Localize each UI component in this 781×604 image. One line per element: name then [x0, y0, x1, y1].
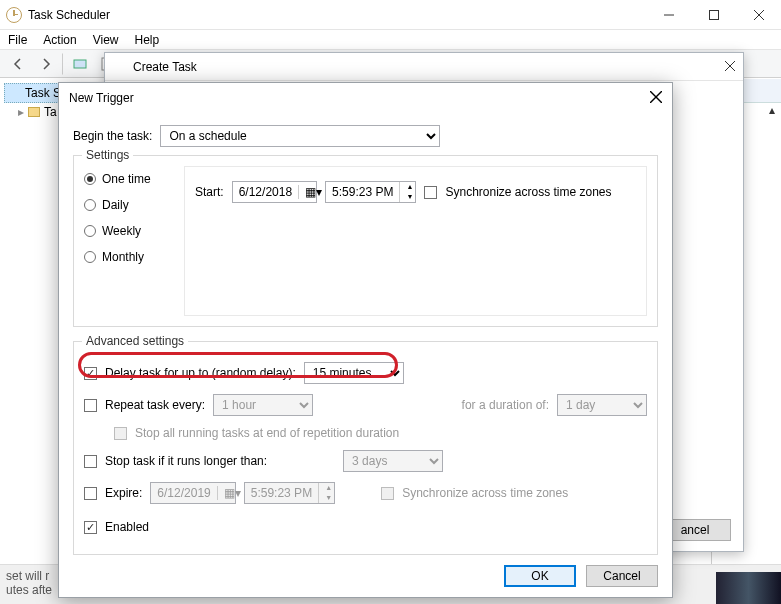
begin-task-select[interactable]: On a schedule [160, 125, 440, 147]
menubar: File Action View Help [0, 30, 781, 50]
radio-weekly[interactable]: Weekly [84, 224, 174, 238]
dialog-close-icon[interactable] [650, 91, 662, 106]
enabled-checkbox[interactable] [84, 521, 97, 534]
calendar-icon[interactable]: ▦▾ [217, 486, 235, 500]
clock-icon [7, 86, 21, 100]
repeat-checkbox[interactable] [84, 399, 97, 412]
enabled-label: Enabled [105, 520, 149, 534]
expire-date-input[interactable]: 6/12/2019▦▾ [150, 482, 235, 504]
start-date-input[interactable]: 6/12/2018▦▾ [232, 181, 317, 203]
delay-select[interactable]: 15 minutes [304, 362, 404, 384]
calendar-icon[interactable]: ▦▾ [298, 185, 316, 199]
radio-one-time[interactable]: One time [84, 172, 174, 186]
cancel-button[interactable]: Cancel [586, 565, 658, 587]
stop-if-checkbox[interactable] [84, 455, 97, 468]
menu-view[interactable]: View [93, 33, 119, 47]
minimize-button[interactable] [646, 0, 691, 29]
menu-action[interactable]: Action [43, 33, 76, 47]
svg-rect-1 [709, 10, 718, 19]
expire-checkbox[interactable] [84, 487, 97, 500]
advanced-settings-legend: Advanced settings [82, 334, 188, 348]
tree-child-label: Ta [44, 105, 57, 119]
radio-daily[interactable]: Daily [84, 198, 174, 212]
duration-label: for a duration of: [462, 398, 549, 412]
dialog-title: New Trigger [69, 91, 134, 105]
maximize-button[interactable] [691, 0, 736, 29]
expire-sync-label: Synchronize across time zones [402, 486, 568, 500]
back-button[interactable] [6, 53, 30, 75]
folder-icon [28, 107, 40, 117]
begin-task-label: Begin the task: [73, 129, 152, 143]
menu-help[interactable]: Help [135, 33, 160, 47]
stop-all-label: Stop all running tasks at end of repetit… [135, 426, 399, 440]
clock-icon [113, 60, 127, 74]
radio-monthly[interactable]: Monthly [84, 250, 174, 264]
stop-if-select[interactable]: 3 days [343, 450, 443, 472]
create-task-title: Create Task [133, 60, 197, 74]
expire-sync-checkbox [381, 487, 394, 500]
advanced-settings-fieldset: Advanced settings Delay task for up to (… [73, 341, 658, 555]
stop-all-checkbox [114, 427, 127, 440]
thumbnail-strip [716, 572, 781, 604]
svg-rect-4 [74, 60, 86, 68]
duration-select[interactable]: 1 day [557, 394, 647, 416]
new-trigger-dialog: New Trigger Begin the task: On a schedul… [58, 82, 673, 598]
spin-down-icon[interactable]: ▼ [406, 192, 409, 202]
toolbar-separator [62, 53, 64, 75]
settings-legend: Settings [82, 148, 133, 162]
delay-checkbox[interactable] [84, 367, 97, 380]
toolbar-icon[interactable] [68, 53, 92, 75]
app-title: Task Scheduler [28, 8, 646, 22]
close-icon[interactable] [725, 60, 735, 74]
sync-tz-checkbox[interactable] [424, 186, 437, 199]
expire-time-input[interactable]: 5:59:23 PM▲▼ [244, 482, 335, 504]
spin-up-icon[interactable]: ▲ [325, 483, 328, 493]
close-button[interactable] [736, 0, 781, 29]
start-label: Start: [195, 185, 224, 199]
start-time-input[interactable]: 5:59:23 PM▲▼ [325, 181, 416, 203]
stop-if-label: Stop task if it runs longer than: [105, 454, 267, 468]
delay-label: Delay task for up to (random delay): [105, 366, 296, 380]
main-titlebar: Task Scheduler [0, 0, 781, 30]
ok-button[interactable]: OK [504, 565, 576, 587]
spin-down-icon[interactable]: ▼ [325, 493, 328, 503]
tree-root-label: Task S [25, 86, 61, 100]
menu-file[interactable]: File [8, 33, 27, 47]
expire-label: Expire: [105, 486, 142, 500]
clock-icon [6, 7, 22, 23]
forward-button[interactable] [34, 53, 58, 75]
spin-up-icon[interactable]: ▲ [406, 182, 409, 192]
sync-tz-label: Synchronize across time zones [445, 185, 611, 199]
repeat-label: Repeat task every: [105, 398, 205, 412]
repeat-select[interactable]: 1 hour [213, 394, 313, 416]
settings-fieldset: Settings One time Daily Weekly Monthly S… [73, 155, 658, 327]
